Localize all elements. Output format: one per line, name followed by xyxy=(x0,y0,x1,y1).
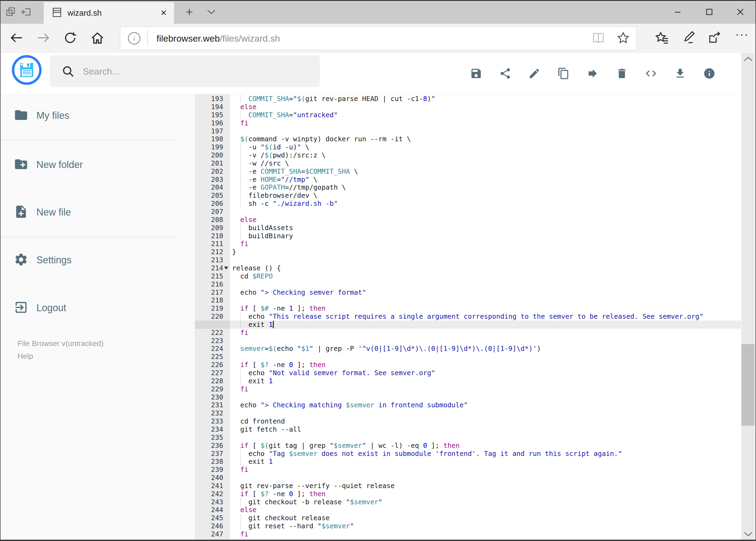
minimize-button[interactable] xyxy=(669,5,687,19)
code-line[interactable]: exit 1 xyxy=(232,377,273,385)
back-icon[interactable] xyxy=(10,31,24,46)
code-line[interactable]: } xyxy=(232,248,236,256)
url-text[interactable]: filebrowser.web/files/wizard.sh xyxy=(156,33,280,44)
code-line[interactable]: echo "> Checking matching $semver in fro… xyxy=(232,401,468,409)
code-line[interactable]: sh -c "./wizard.sh -b" xyxy=(232,200,338,208)
tab-close-icon[interactable]: ✕ xyxy=(160,9,167,17)
code-line[interactable]: cd $REPO xyxy=(232,272,273,280)
code-line[interactable]: cd frontend xyxy=(232,417,285,425)
set-tabs-aside-icon[interactable] xyxy=(21,6,32,18)
more-options-icon[interactable]: ··· xyxy=(735,28,749,41)
code-line[interactable]: git fetch --all xyxy=(232,425,301,433)
code-line[interactable]: echo "Tag $semver does not exist in subm… xyxy=(232,450,622,458)
code-line[interactable]: fi xyxy=(232,530,248,538)
home-icon[interactable] xyxy=(90,31,105,46)
reading-view-icon xyxy=(592,32,605,45)
help-link[interactable]: Help xyxy=(18,350,104,362)
code-line[interactable]: -w //src \ xyxy=(232,159,289,168)
code-line[interactable]: buildBinary xyxy=(232,232,293,240)
copy-button[interactable] xyxy=(557,67,570,80)
line-number: 211 xyxy=(195,240,223,248)
code-line[interactable]: fi xyxy=(232,329,248,337)
search-input[interactable] xyxy=(82,55,310,88)
code-line[interactable]: COMMIT_SHA="untracked" xyxy=(232,111,338,119)
sidebar-item-new-file[interactable]: New file xyxy=(1,199,178,226)
code-line[interactable]: release () { xyxy=(232,264,281,272)
tab-preview-icon[interactable] xyxy=(5,6,16,18)
search-box[interactable] xyxy=(50,55,320,87)
code-line[interactable]: fi xyxy=(232,466,248,474)
new-tab-button[interactable]: + xyxy=(186,6,193,18)
code-line[interactable]: if [ $? -ne 0 ]; then xyxy=(232,361,326,369)
line-number: 232 xyxy=(195,409,223,417)
save-button[interactable] xyxy=(470,67,482,80)
new-file-icon xyxy=(1,205,28,220)
code-line[interactable]: else xyxy=(232,216,256,224)
page-scrollbar[interactable] xyxy=(741,53,755,541)
browser-tab[interactable]: wizard.sh ✕ xyxy=(44,2,174,24)
fold-marker-icon[interactable] xyxy=(224,267,228,270)
code-line[interactable]: else xyxy=(232,506,256,514)
favorites-hub-icon[interactable] xyxy=(655,31,669,46)
sidebar-item-my-files[interactable]: My files xyxy=(1,102,178,129)
forward-icon[interactable] xyxy=(36,31,50,46)
address-bar[interactable]: i filebrowser.web/files/wizard.sh xyxy=(120,26,637,50)
code-line[interactable]: git checkout -b release "$semver" xyxy=(232,498,382,506)
scroll-down-icon[interactable] xyxy=(744,531,753,539)
code-line[interactable]: else xyxy=(232,103,256,111)
close-window-button[interactable] xyxy=(731,5,749,19)
code-line[interactable]: if [ $? -ne 0 ]; then xyxy=(232,490,326,498)
edit-button[interactable] xyxy=(528,67,541,80)
code-line[interactable]: if [ $(git tag | grep "$semver" | wc -l)… xyxy=(232,442,460,450)
code-line[interactable]: filebrowser/dev \ xyxy=(232,192,317,200)
code-line[interactable]: buildAssets xyxy=(232,224,293,232)
code-line[interactable]: echo "Not valid semver format. See semve… xyxy=(232,369,435,377)
code-editor[interactable]: 1921931941951961971981992002012022032042… xyxy=(195,94,741,540)
code-line[interactable]: fi xyxy=(232,240,248,248)
code-line[interactable]: -v /$(pwd):/src:z \ xyxy=(232,151,326,159)
sidebar-item-logout[interactable]: Logout xyxy=(1,294,178,321)
share-page-icon[interactable] xyxy=(708,31,722,46)
code-line[interactable]: echo "> Checking semver format" xyxy=(232,288,366,296)
sidebar-item-settings[interactable]: Settings xyxy=(1,247,178,273)
code-line[interactable]: git reset --hard "$semver" xyxy=(232,522,354,530)
code-line[interactable]: echo "This release script requires a sin… xyxy=(232,312,703,320)
line-number: 212 xyxy=(195,248,223,256)
code-line[interactable]: if [ $# -ne 1 ]; then xyxy=(232,304,326,312)
scroll-up-icon[interactable] xyxy=(744,56,753,63)
share-button[interactable] xyxy=(499,67,511,80)
line-number: 207 xyxy=(195,208,223,216)
code-button[interactable] xyxy=(645,67,657,80)
code-line[interactable]: -e COMMIT_SHA=$COMMIT_SHA \ xyxy=(232,168,358,176)
code-line[interactable]: fi xyxy=(232,119,248,127)
favorite-star-icon[interactable] xyxy=(617,31,630,45)
code-line[interactable]: -e GOPATH=//tmp/gopath \ xyxy=(232,184,346,192)
app-version: File Browser v(untracked) xyxy=(18,337,104,350)
code-line[interactable]: git rev-parse --verify --quiet release xyxy=(232,482,394,490)
download-button[interactable] xyxy=(674,67,686,80)
line-number: 206 xyxy=(195,200,223,208)
code-line[interactable]: exit 1 xyxy=(232,320,273,329)
maximize-button[interactable] xyxy=(700,5,718,19)
tab-list-chevron-icon[interactable] xyxy=(206,8,216,17)
filebrowser-logo[interactable] xyxy=(12,55,42,85)
code-line[interactable]: -u "$(id -u)" \ xyxy=(232,143,309,151)
code-line[interactable]: COMMIT_SHA="$(git rev-parse HEAD | cut -… xyxy=(232,95,435,103)
scrollbar-thumb[interactable] xyxy=(741,344,755,426)
code-line[interactable]: $(command -v winpty) docker run --rm -it… xyxy=(232,135,411,143)
move-button[interactable] xyxy=(587,67,599,80)
code-line[interactable]: exit 1 xyxy=(232,457,273,466)
code-line[interactable]: semver=$(echo "$1" | grep -P '^v(0|[1-9]… xyxy=(232,345,541,353)
browser-window: wizard.sh ✕ + xyxy=(0,0,756,541)
code-line[interactable]: -e HOME="//tmp" \ xyxy=(232,176,317,184)
code-line[interactable]: git checkout release xyxy=(232,514,330,522)
delete-button[interactable] xyxy=(616,67,628,80)
sidebar-item-new-folder[interactable]: New folder xyxy=(1,151,178,178)
refresh-icon[interactable] xyxy=(63,31,77,46)
site-info-icon[interactable]: i xyxy=(128,32,140,45)
sidebar-item-label: New folder xyxy=(36,159,83,171)
code-line[interactable]: fi xyxy=(232,385,248,393)
web-notes-pen-icon[interactable] xyxy=(682,31,696,46)
info-button[interactable] xyxy=(703,67,715,80)
line-number: 220 xyxy=(195,312,223,320)
